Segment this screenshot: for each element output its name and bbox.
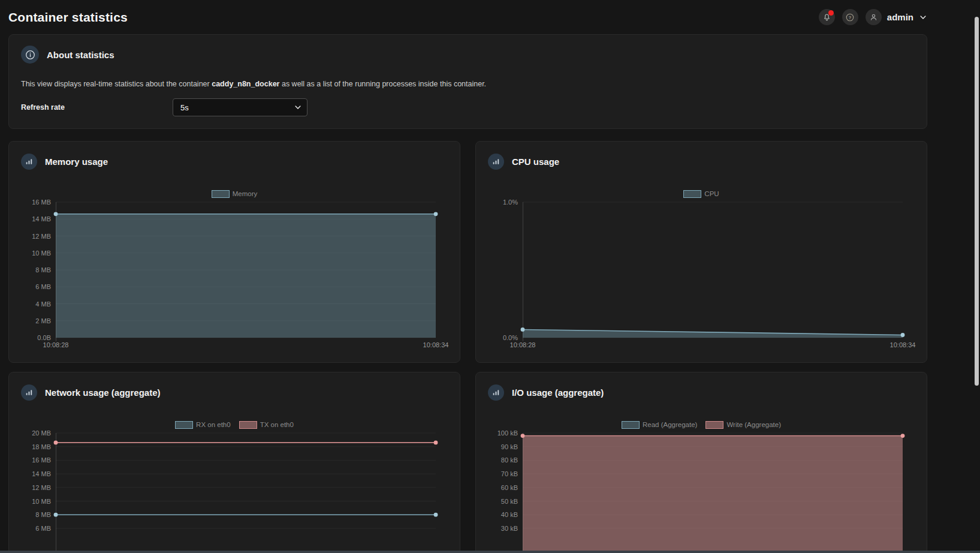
user-icon: [866, 9, 882, 25]
main-content: About statistics This view displays real…: [8, 34, 927, 553]
x-tick-label: 10:08:28: [510, 341, 536, 348]
y-tick-label: 40 kB: [501, 510, 518, 519]
plot[interactable]: [523, 202, 903, 338]
legend-label: Read (Aggregate): [643, 421, 697, 428]
y-axis: 20 MB18 MB16 MB14 MB12 MB10 MB8 MB6 MB: [21, 433, 56, 553]
legend-swatch: [212, 190, 230, 198]
container-name: caddy_n8n_docker: [212, 80, 279, 88]
legend-label: CPU: [704, 190, 719, 197]
bar-chart-icon: [21, 384, 37, 401]
help-button[interactable]: ?: [842, 9, 858, 25]
legend-item[interactable]: CPU: [683, 190, 719, 198]
legend-swatch: [683, 190, 701, 198]
chart-legend: Read (Aggregate)Write (Aggregate): [488, 420, 915, 429]
y-tick-label: 100 kB: [497, 429, 518, 437]
y-tick-label: 16 MB: [32, 198, 51, 206]
y-tick-label: 14 MB: [32, 215, 51, 223]
io-chart[interactable]: Read (Aggregate)Write (Aggregate) 100 kB…: [488, 420, 915, 553]
bar-chart-icon: [21, 154, 37, 170]
y-tick-label: 20 MB: [32, 429, 51, 437]
y-axis: 100 kB90 kB80 kB70 kB60 kB50 kB40 kB30 k…: [488, 433, 523, 553]
network-usage-panel: Network usage (aggregate) RX on eth0TX o…: [8, 372, 460, 553]
about-description-suffix: as well as a list of the running process…: [282, 80, 486, 88]
y-tick-label: 0.0B: [37, 333, 51, 342]
legend-label: Memory: [233, 190, 258, 197]
info-icon: [21, 46, 39, 64]
refresh-rate-label: Refresh rate: [21, 103, 173, 112]
refresh-rate-row: Refresh rate 5s: [21, 98, 915, 116]
legend-item[interactable]: Read (Aggregate): [622, 421, 697, 429]
chart-legend: CPU: [488, 190, 915, 198]
legend-label: RX on eth0: [196, 421, 231, 428]
notifications-button[interactable]: [819, 9, 835, 25]
bottom-edge-strip: [0, 551, 980, 553]
panel-title: Memory usage: [45, 157, 108, 167]
y-axis: 1.0%0.0%: [488, 202, 523, 338]
legend-label: TX on eth0: [260, 421, 294, 428]
charts-grid: Memory usage Memory 16 MB14 MB12 MB10 MB…: [8, 141, 927, 553]
bar-chart-icon: [488, 154, 504, 170]
about-title: About statistics: [47, 50, 114, 60]
legend-swatch: [175, 421, 193, 429]
y-tick-label: 8 MB: [35, 266, 51, 274]
plot-area[interactable]: [523, 433, 903, 553]
x-tick-label: 10:08:34: [423, 341, 449, 348]
y-tick-label: 6 MB: [35, 524, 51, 533]
y-tick-label: 6 MB: [35, 282, 51, 291]
plot-area[interactable]: 10:08:2810:08:34: [56, 202, 436, 350]
y-tick-label: 1.0%: [503, 198, 518, 206]
y-tick-label: 8 MB: [35, 510, 51, 519]
y-tick-label: 90 kB: [501, 443, 518, 451]
y-tick-label: 14 MB: [32, 470, 51, 478]
y-tick-label: 60 kB: [501, 483, 518, 492]
legend-swatch: [622, 421, 640, 429]
about-description: This view displays real-time statistics …: [21, 79, 915, 89]
memory-usage-panel: Memory usage Memory 16 MB14 MB12 MB10 MB…: [8, 141, 460, 363]
refresh-rate-select-wrap: 5s: [173, 98, 307, 116]
cpu-usage-panel: CPU usage CPU 1.0%0.0% 10:08:2810:08:34: [475, 141, 927, 363]
plot[interactable]: [56, 433, 436, 553]
plot[interactable]: [523, 433, 903, 553]
about-description-prefix: This view displays real-time statistics …: [21, 80, 210, 88]
chart-legend: Memory: [21, 190, 448, 198]
plot-area[interactable]: [56, 433, 436, 553]
legend-label: Write (Aggregate): [726, 421, 781, 428]
vertical-scrollbar-thumb[interactable]: [975, 17, 979, 386]
plot[interactable]: [56, 202, 436, 338]
user-menu[interactable]: admin: [866, 9, 927, 25]
legend-swatch: [705, 421, 723, 429]
svg-text:?: ?: [849, 14, 852, 20]
legend-item[interactable]: RX on eth0: [175, 421, 231, 429]
legend-item[interactable]: TX on eth0: [239, 421, 294, 429]
about-statistics-panel: About statistics This view displays real…: [8, 34, 927, 129]
cpu-chart[interactable]: CPU 1.0%0.0% 10:08:2810:08:34: [488, 190, 915, 350]
x-tick-label: 10:08:28: [43, 341, 69, 348]
panel-title: Network usage (aggregate): [45, 387, 161, 398]
page-title: Container statistics: [8, 10, 128, 25]
question-icon: ?: [845, 13, 855, 22]
legend-item[interactable]: Memory: [212, 190, 258, 198]
user-name: admin: [887, 12, 913, 22]
x-tick-label: 10:08:34: [890, 341, 916, 348]
y-tick-label: 50 kB: [501, 497, 518, 506]
y-axis: 16 MB14 MB12 MB10 MB8 MB6 MB4 MB2 MB0.0B: [21, 202, 56, 338]
y-tick-label: 16 MB: [32, 456, 51, 464]
memory-chart[interactable]: Memory 16 MB14 MB12 MB10 MB8 MB6 MB4 MB2…: [21, 190, 448, 350]
io-usage-panel: I/O usage (aggregate) Read (Aggregate)Wr…: [475, 372, 927, 553]
x-axis: 10:08:2810:08:34: [56, 341, 436, 350]
y-tick-label: 4 MB: [35, 300, 51, 308]
plot-area[interactable]: 10:08:2810:08:34: [523, 202, 903, 350]
y-tick-label: 10 MB: [32, 497, 51, 506]
app-header: Container statistics ?: [0, 0, 980, 34]
y-tick-label: 80 kB: [501, 456, 518, 464]
bar-chart-icon: [488, 384, 504, 401]
legend-swatch: [239, 421, 257, 429]
header-actions: ? admin: [819, 9, 927, 25]
y-tick-label: 0.0%: [503, 333, 518, 342]
network-chart[interactable]: RX on eth0TX on eth0 20 MB18 MB16 MB14 M…: [21, 420, 448, 553]
refresh-rate-select[interactable]: 5s: [173, 98, 307, 116]
legend-item[interactable]: Write (Aggregate): [705, 421, 781, 429]
panel-title: CPU usage: [512, 157, 559, 167]
panel-title: I/O usage (aggregate): [512, 387, 604, 398]
y-tick-label: 2 MB: [35, 317, 51, 325]
